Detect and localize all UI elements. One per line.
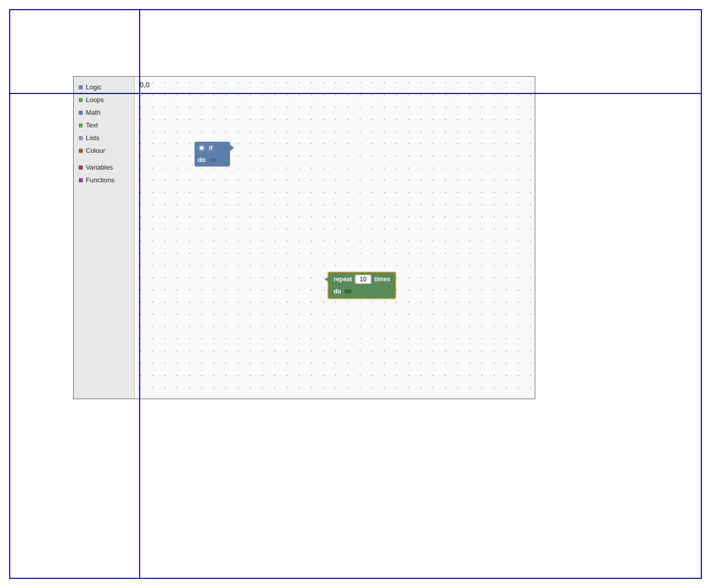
block-times-label: times [374,276,390,283]
sidebar-item-variables[interactable]: Variables [74,161,134,174]
sidebar-item-loops[interactable]: Loops [74,93,134,106]
sidebar-item-logic[interactable]: Logic [74,81,134,93]
toolbox-sidebar: LogicLoopsMathTextListsColourVariablesFu… [74,77,135,399]
block-notch [211,158,217,162]
text-label: Text [86,121,98,129]
block-if-bottom: do [195,154,230,167]
variables-label: Variables [86,164,113,171]
math-label: Math [86,109,101,116]
workspace-container: LogicLoopsMathTextListsColourVariablesFu… [73,76,535,399]
colour-label: Colour [86,147,105,154]
block-repeat[interactable]: repeat times do [328,272,396,299]
block-repeat-top: repeat times [328,272,396,286]
block-if[interactable]: if do [195,142,230,167]
loops-label: Loops [86,96,104,104]
sidebar-item-colour[interactable]: Colour [74,144,134,157]
math-color-dot [79,111,83,115]
lists-color-dot [79,136,83,140]
block-do-label: do [198,156,206,164]
gear-icon[interactable] [198,144,206,152]
block-repeat-input[interactable] [355,275,371,284]
logic-label: Logic [86,83,102,91]
lists-label: Lists [86,134,100,142]
block-repeat-label: repeat [334,276,352,283]
canvas-area[interactable]: 0,0 if do repeat times [135,77,535,399]
sidebar-item-lists[interactable]: Lists [74,132,134,144]
variables-color-dot [79,166,83,170]
logic-color-dot [79,85,83,89]
sidebar-item-math[interactable]: Math [74,106,134,119]
canvas-coords: 0,0 [140,81,149,89]
colour-color-dot [79,149,83,153]
block-repeat-bottom: do [328,286,396,299]
block-repeat-notch [344,289,351,293]
block-if-top: if [195,142,230,154]
sidebar-item-text[interactable]: Text [74,119,134,132]
loops-color-dot [79,98,83,102]
block-repeat-do-label: do [334,288,341,295]
functions-label: Functions [86,176,114,184]
text-color-dot [79,123,83,127]
functions-color-dot [79,178,83,182]
sidebar-item-functions[interactable]: Functions [74,174,134,186]
block-if-label: if [209,144,213,152]
